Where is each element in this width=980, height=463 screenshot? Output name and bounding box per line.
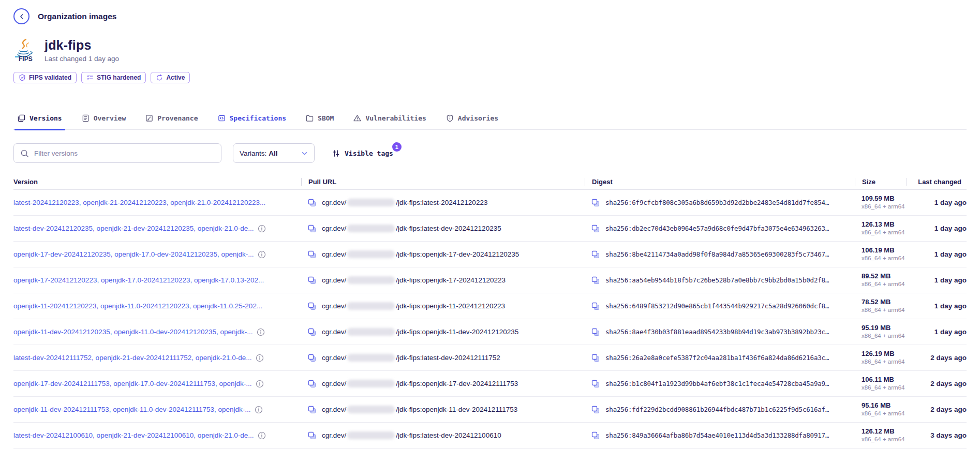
back-button[interactable]	[13, 8, 29, 24]
copy-pull-url-icon[interactable]	[308, 225, 316, 233]
copy-pull-url-icon[interactable]	[308, 406, 316, 414]
copy-digest-icon[interactable]	[591, 302, 600, 310]
redacted-org	[347, 380, 395, 387]
page-title: Organization images	[38, 12, 116, 21]
tab-label: Specifications	[230, 114, 287, 122]
info-icon[interactable]	[255, 406, 263, 414]
arch-label: x86_64 + arm64	[862, 255, 907, 262]
filter-versions-input[interactable]	[34, 150, 215, 157]
copy-pull-url-icon[interactable]	[308, 431, 316, 440]
info-icon[interactable]	[256, 380, 264, 388]
pull-url: cgr.dev//jdk-fips:latest-dev-20241211175…	[322, 354, 500, 362]
version-link[interactable]: openjdk-11-202412120223, openjdk-11.0-20…	[13, 302, 262, 310]
digest-value: sha256:aa54eb9544b18f5b7c26be528b7a0e8bb…	[605, 276, 829, 284]
redacted-org	[347, 276, 395, 284]
info-icon[interactable]	[258, 431, 266, 440]
version-link[interactable]: openjdk-17-202412120223, openjdk-17.0-20…	[13, 276, 264, 284]
last-changed: 2 days ago	[907, 380, 967, 387]
copy-pull-url-icon[interactable]	[308, 354, 316, 362]
column-version: Version	[13, 178, 301, 186]
versions-table-body: latest-202412120223, openjdk-21-20241212…	[13, 190, 967, 449]
copy-pull-url-icon[interactable]	[308, 302, 316, 310]
tab-versions[interactable]: Versions	[17, 111, 63, 129]
copy-digest-icon[interactable]	[591, 354, 600, 362]
badge-active: Active	[151, 72, 190, 83]
version-link[interactable]: latest-dev-202412100610, openjdk-21-dev-…	[13, 431, 254, 439]
tab-provenance[interactable]: Provenance	[144, 111, 199, 129]
digest-value: sha256:6489f853212d90e865cb1f443544b9292…	[605, 302, 829, 310]
copy-digest-icon[interactable]	[591, 328, 600, 336]
size-value: 95.16 MB	[862, 401, 907, 410]
redacted-org	[347, 225, 395, 232]
redacted-org	[347, 354, 395, 362]
version-link[interactable]: openjdk-17-dev-202412120235, openjdk-17.…	[13, 250, 254, 258]
copy-digest-icon[interactable]	[591, 225, 600, 233]
arch-label: x86_64 + arm64	[862, 203, 907, 211]
version-link[interactable]: openjdk-17-dev-202412111753, openjdk-17.…	[13, 380, 252, 387]
warning-triangle-icon	[353, 114, 361, 122]
copy-pull-url-icon[interactable]	[308, 199, 316, 207]
copy-pull-url-icon[interactable]	[308, 276, 316, 285]
version-link[interactable]: latest-dev-202412120235, openjdk-21-dev-…	[13, 225, 254, 232]
variants-select[interactable]: Variants:All	[233, 143, 315, 163]
version-link[interactable]: openjdk-11-dev-202412120235, openjdk-11.…	[13, 328, 253, 336]
redacted-org	[347, 302, 395, 310]
version-link[interactable]: openjdk-11-dev-202412111753, openjdk-11.…	[13, 406, 251, 413]
visible-tags-label: Visible tags	[345, 150, 393, 157]
refresh-icon	[156, 74, 163, 81]
organization-image-page: Organization images FIPS jdk-fips Last c…	[0, 0, 980, 449]
table-row: openjdk-17-dev-202412111753, openjdk-17.…	[13, 371, 967, 397]
tab-advisories[interactable]: Advisories	[445, 111, 499, 129]
column-pull-url: Pull URL	[301, 178, 585, 186]
last-changed: 1 day ago	[907, 276, 967, 284]
version-link[interactable]: latest-dev-202412111752, openjdk-21-dev-…	[13, 354, 252, 362]
pull-url: cgr.dev//jdk-fips:latest-202412120223	[322, 199, 487, 206]
copy-pull-url-icon[interactable]	[308, 380, 316, 388]
digest-value: sha256:fdf229d2bcdd908861b26944fbdc487b7…	[605, 406, 829, 413]
tab-label: Versions	[29, 114, 62, 122]
badge-stig-hardened: STIG hardened	[81, 72, 146, 83]
digest-value: sha256:849a36664afba86b7d54ae4010e113d4d…	[605, 431, 829, 439]
table-row: openjdk-17-dev-202412120235, openjdk-17.…	[13, 242, 967, 267]
version-link[interactable]: latest-202412120223, openjdk-21-20241212…	[13, 199, 265, 206]
svg-text:FIPS: FIPS	[19, 55, 33, 62]
image-title-text: jdk-fips Last changed 1 day ago	[44, 38, 119, 63]
tab-label: Vulnerabilities	[365, 114, 426, 122]
badge-label: STIG hardened	[97, 74, 141, 81]
copy-digest-icon[interactable]	[591, 431, 600, 440]
digest-value: sha256:db2ec70d43eb0964e57a9d68c0fe9d47b…	[605, 225, 829, 232]
redacted-org	[347, 431, 395, 439]
copy-pull-url-icon[interactable]	[308, 250, 316, 259]
tab-label: Advisories	[458, 114, 498, 122]
digest-value: sha256:26a2e8a0cefe5387f2c04aa281ba1f436…	[605, 354, 829, 362]
filter-versions-box	[13, 143, 221, 163]
tab-specifications[interactable]: Specifications	[217, 111, 288, 129]
last-changed: 1 day ago	[907, 225, 967, 232]
info-icon[interactable]	[257, 328, 265, 336]
copy-digest-icon[interactable]	[591, 406, 600, 414]
pull-url: cgr.dev//jdk-fips:latest-dev-20241212023…	[322, 225, 501, 232]
shield-check-icon	[19, 74, 26, 81]
tab-overview[interactable]: Overview	[81, 111, 127, 129]
table-row: openjdk-11-202412120223, openjdk-11.0-20…	[13, 293, 967, 319]
redacted-org	[347, 250, 395, 258]
last-changed: 1 day ago	[907, 302, 967, 310]
copy-pull-url-icon[interactable]	[308, 328, 316, 336]
copy-digest-icon[interactable]	[591, 199, 600, 207]
info-icon[interactable]	[258, 225, 266, 233]
chevron-down-icon	[301, 150, 308, 157]
info-icon[interactable]	[258, 250, 266, 259]
tab-sbom[interactable]: SBOM	[305, 111, 335, 129]
pull-url: cgr.dev//jdk-fips:openjdk-17-dev-2024121…	[322, 380, 518, 387]
versions-toolbar: Variants:All Visible tags 1	[13, 143, 967, 163]
pull-url: cgr.dev//jdk-fips:latest-dev-20241210061…	[322, 431, 501, 439]
copy-digest-icon[interactable]	[591, 380, 600, 388]
tab-vulnerabilities[interactable]: Vulnerabilities	[352, 111, 427, 129]
pull-url: cgr.dev//jdk-fips:openjdk-11-dev-2024121…	[322, 328, 518, 336]
table-row: latest-dev-202412111752, openjdk-21-dev-…	[13, 345, 967, 371]
copy-digest-icon[interactable]	[591, 250, 600, 259]
visible-tags-button[interactable]: Visible tags 1	[332, 150, 393, 157]
copy-digest-icon[interactable]	[591, 276, 600, 285]
info-icon[interactable]	[256, 354, 264, 362]
column-digest: Digest	[585, 178, 855, 186]
